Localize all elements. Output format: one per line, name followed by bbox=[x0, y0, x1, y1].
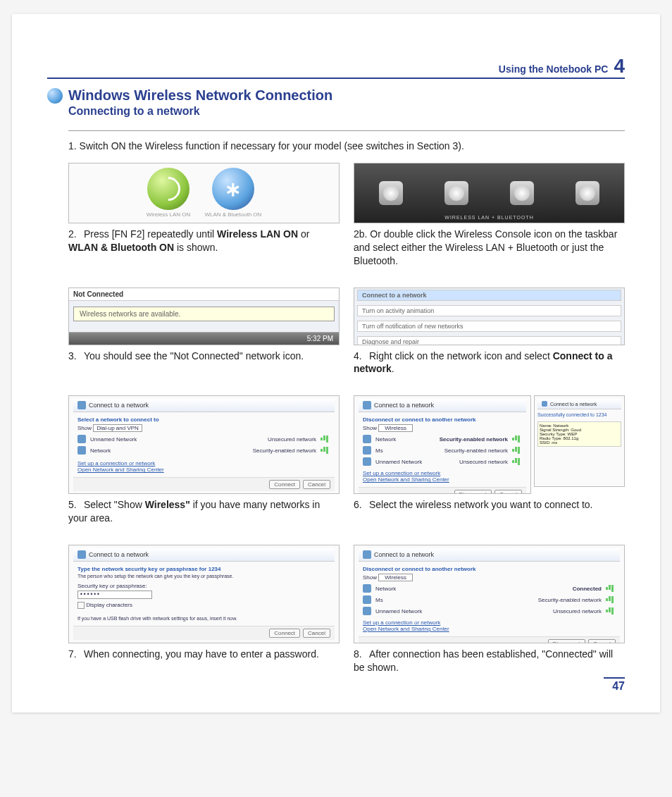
cancel-button: Cancel bbox=[303, 480, 330, 489]
console-chip-icon bbox=[575, 181, 599, 205]
chapter-number: 4 bbox=[614, 56, 625, 76]
taskbar-time: 5:32 PM bbox=[69, 332, 339, 345]
disconnect-button: Disconnect bbox=[548, 639, 586, 643]
menu-notify: Turn off notification of new networks bbox=[357, 321, 621, 332]
cancel-button: Cancel bbox=[303, 629, 330, 638]
menu-connect: Connect to a network bbox=[357, 290, 621, 301]
step-8: 8.After connection has been established,… bbox=[354, 648, 625, 674]
signal-icon bbox=[606, 596, 616, 603]
row-step34: Not Connected Wireless networks are avai… bbox=[68, 288, 625, 386]
signal-icon bbox=[512, 458, 522, 465]
step-5: 5.Select "Show Wireless" if you have man… bbox=[68, 498, 340, 525]
row-step56: Connect to a network Select a network to… bbox=[68, 395, 625, 535]
network-icon bbox=[363, 584, 371, 593]
console-chip-icon bbox=[510, 181, 534, 205]
title-row: Windows Wireless Network Connection bbox=[47, 87, 625, 104]
cancel-button: Cancel bbox=[494, 490, 522, 494]
network-icon bbox=[363, 607, 371, 615]
figure-osd-icons: Wireless LAN ON ∗ WLAN & Bluetooth ON bbox=[68, 163, 340, 223]
tooltip-body: Wireless networks are available. bbox=[73, 307, 335, 321]
console-label: Wireless LAN + Bluetooth bbox=[354, 215, 624, 220]
header-rule: Using the Notebook PC 4 bbox=[47, 56, 625, 79]
step-1-num: 1. bbox=[68, 140, 77, 152]
signal-icon bbox=[606, 585, 616, 592]
step-1: 1. Switch ON the Wireless function if ne… bbox=[68, 140, 625, 153]
step-6: 6.Select the wireless network you want t… bbox=[354, 498, 625, 512]
figure-connect-filter: Connect to a network Select a network to… bbox=[68, 395, 340, 494]
globe-mini-icon bbox=[363, 550, 371, 559]
tooltip-title: Not Connected bbox=[69, 288, 339, 301]
step-3: 3.You should see the "Not Connected" net… bbox=[68, 350, 340, 363]
divider bbox=[68, 130, 625, 131]
disconnect-button: Disconnect bbox=[454, 490, 492, 494]
bluetooth-badge-caption: WLAN & Bluetooth ON bbox=[204, 211, 261, 218]
network-icon bbox=[363, 435, 371, 443]
bluetooth-badge-icon: ∗ bbox=[212, 168, 254, 210]
figure-connected: Connect to a network Disconnect or conne… bbox=[354, 545, 625, 643]
step-2: 2.Press [FN F2] repeatedly until Wireles… bbox=[68, 228, 340, 254]
figure-context-menu: Connect to a network Turn on activity an… bbox=[354, 288, 625, 345]
page-title: Windows Wireless Network Connection bbox=[68, 87, 332, 104]
checkbox-icon bbox=[77, 602, 85, 609]
menu-diagnose: Diagnose and repair bbox=[357, 336, 621, 345]
wifi-badge-caption: Wireless LAN ON bbox=[147, 211, 191, 218]
signal-icon bbox=[512, 435, 522, 443]
globe-mini-icon bbox=[542, 401, 547, 407]
network-icon bbox=[77, 435, 86, 443]
connect-button: Connect bbox=[269, 480, 300, 489]
connect-button: Connect bbox=[269, 629, 300, 638]
wifi-badge-icon bbox=[147, 168, 189, 210]
globe-mini-icon bbox=[77, 550, 86, 559]
console-chip-icon bbox=[379, 181, 403, 205]
step-1-text: Switch ON the Wireless function if neces… bbox=[80, 140, 464, 152]
globe-mini-icon bbox=[77, 401, 86, 409]
step-2b: 2b. Or double click the Wireless Console… bbox=[354, 228, 625, 268]
figure-success-tooltip: Connect to a network Successfully connec… bbox=[534, 395, 625, 487]
cancel-button: Cancel bbox=[588, 639, 616, 643]
network-tooltip: Name: Network Signal Strength: Good Secu… bbox=[537, 421, 621, 447]
figure-passphrase: Connect to a network Type the network se… bbox=[68, 545, 340, 643]
password-input: •••••• bbox=[77, 591, 152, 599]
figure-wireless-console: Wireless LAN + Bluetooth bbox=[354, 163, 625, 223]
step-4: 4.Right click on the network icon and se… bbox=[354, 350, 625, 376]
page: Using the Notebook PC 4 Windows Wireless… bbox=[12, 14, 660, 712]
figure-not-connected: Not Connected Wireless networks are avai… bbox=[68, 288, 340, 345]
signal-icon bbox=[512, 447, 522, 454]
figure-connect-wireless: Connect to a network Disconnect or conne… bbox=[354, 395, 625, 494]
step-7: 7.When connecting, you may have to enter… bbox=[68, 648, 340, 661]
signal-icon bbox=[321, 435, 330, 443]
network-icon bbox=[363, 457, 371, 466]
page-subtitle: Connecting to a network bbox=[68, 105, 625, 118]
row-step78: Connect to a network Type the network se… bbox=[68, 545, 625, 684]
globe-mini-icon bbox=[363, 401, 371, 409]
signal-icon bbox=[321, 447, 330, 454]
page-number: 47 bbox=[604, 677, 625, 693]
row-icons: Wireless LAN ON ∗ WLAN & Bluetooth ON 2.… bbox=[68, 163, 625, 278]
menu-activity: Turn on activity animation bbox=[357, 305, 621, 316]
network-icon bbox=[363, 446, 371, 455]
network-icon bbox=[77, 446, 86, 455]
signal-icon bbox=[606, 607, 616, 614]
globe-icon bbox=[47, 88, 63, 104]
console-chip-icon bbox=[444, 181, 468, 205]
section-label: Using the Notebook PC bbox=[499, 63, 609, 75]
network-icon bbox=[363, 595, 371, 604]
